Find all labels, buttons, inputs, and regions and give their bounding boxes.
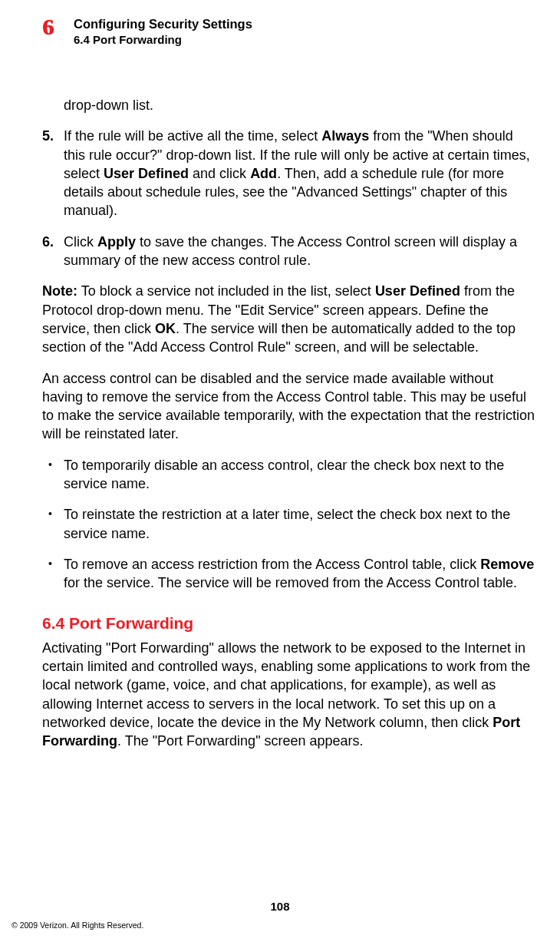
chapter-number: 6 bbox=[42, 15, 68, 38]
text: To block a service not included in the l… bbox=[77, 283, 375, 299]
note-label: Note: bbox=[42, 283, 77, 299]
text: and click bbox=[189, 166, 250, 181]
step-6: 6. Click Apply to save the changes. The … bbox=[42, 233, 535, 270]
bullet-item: • To temporarily disable an access contr… bbox=[48, 456, 535, 494]
bold: Always bbox=[321, 128, 369, 144]
text: for the service. The service will be rem… bbox=[64, 575, 517, 590]
bold: Remove bbox=[480, 557, 534, 572]
document-page: 6 Configuring Security Settings 6.4 Port… bbox=[0, 0, 560, 942]
bullet-body: To remove an access restriction from the… bbox=[64, 555, 535, 593]
text: To reinstate the restriction at a later … bbox=[64, 507, 510, 540]
bullet-body: To temporarily disable an access control… bbox=[64, 456, 535, 494]
text: Activating "Port Forwarding" allows the … bbox=[42, 640, 530, 730]
step-number: 5. bbox=[42, 127, 64, 220]
section-intro: Activating "Port Forwarding" allows the … bbox=[42, 639, 535, 751]
chapter-title: Configuring Security Settings bbox=[74, 15, 252, 32]
bullet-item: • To reinstate the restriction at a late… bbox=[48, 505, 535, 543]
page-number: 108 bbox=[0, 899, 560, 914]
bullet-icon: • bbox=[48, 505, 64, 543]
note-paragraph: Note: To block a service not included in… bbox=[42, 282, 535, 356]
copyright: © 2009 Verizon. All Rights Reserved. bbox=[12, 920, 143, 930]
bullet-item: • To remove an access restriction from t… bbox=[48, 555, 535, 593]
header-text-block: Configuring Security Settings 6.4 Port F… bbox=[74, 15, 252, 48]
text: To remove an access restriction from the… bbox=[64, 557, 480, 572]
step-number: 6. bbox=[42, 233, 64, 270]
step-5: 5. If the rule will be active all the ti… bbox=[42, 127, 535, 220]
bold: User Defined bbox=[104, 166, 189, 181]
bullet-icon: • bbox=[48, 456, 64, 494]
text: Click bbox=[64, 234, 97, 250]
content-area: drop-down list. 5. If the rule will be a… bbox=[42, 96, 535, 763]
step-body: If the rule will be active all the time,… bbox=[64, 127, 535, 220]
text: If the rule will be active all the time,… bbox=[64, 128, 321, 144]
bullet-body: To reinstate the restriction at a later … bbox=[64, 505, 535, 543]
bold: User Defined bbox=[375, 283, 460, 299]
bold: Apply bbox=[97, 234, 136, 250]
bold: Add bbox=[250, 166, 277, 181]
text: To temporarily disable an access control… bbox=[64, 458, 504, 491]
section-heading: 6.4 Port Forwarding bbox=[42, 613, 535, 634]
section-label: 6.4 Port Forwarding bbox=[74, 32, 252, 48]
disable-paragraph: An access control can be disabled and th… bbox=[42, 369, 535, 444]
continuation-fragment: drop-down list. bbox=[64, 96, 535, 114]
page-header: 6 Configuring Security Settings 6.4 Port… bbox=[42, 15, 529, 48]
bullet-icon: • bbox=[48, 555, 64, 593]
bold: OK bbox=[155, 321, 176, 336]
step-body: Click Apply to save the changes. The Acc… bbox=[64, 233, 535, 270]
text: . The "Port Forwarding" screen appears. bbox=[117, 733, 364, 749]
